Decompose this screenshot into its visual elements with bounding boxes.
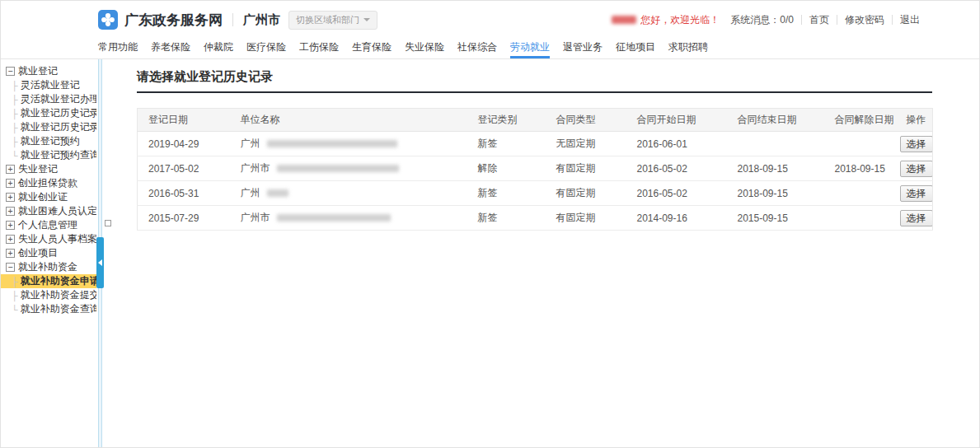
site-title: 广东政务服务网: [124, 11, 223, 30]
sidebar-item-flexible-employment[interactable]: ├ 灵活就业登记: [1, 78, 96, 92]
table-row: 2017-05-02 广州市 解除 有固定期 2016-05-02 2018-0…: [138, 156, 933, 181]
city-name: 广州市: [243, 12, 280, 28]
collapse-arrow-icon: [98, 259, 102, 266]
cell-reg-date: 2015-07-29: [138, 206, 230, 231]
sidebar-item-registration-appointment[interactable]: ├ 就业登记预约: [1, 134, 96, 148]
brand-logo-icon: [98, 10, 118, 30]
chevron-down-icon: [363, 18, 370, 21]
sidebar-collapse-handle[interactable]: [96, 237, 104, 288]
tree-connector-icon: ├: [12, 95, 18, 105]
tab-land-projects[interactable]: 征地项目: [616, 39, 655, 58]
link-divider: [801, 15, 802, 25]
sidebar-item-label: 就业困难人员认定: [18, 204, 96, 218]
resize-handle[interactable]: [105, 220, 111, 226]
sidebar-item-employment-certificate[interactable]: + 就业创业证: [1, 190, 96, 204]
sidebar-item-flexible-result-query[interactable]: ├ 灵活就业登记办理结果查询: [1, 92, 96, 106]
expand-icon[interactable]: +: [6, 221, 15, 230]
tree-connector-icon: ├: [12, 137, 18, 147]
cell-end-date: 2018-09-15: [727, 156, 824, 181]
sidebar-item-label: 个人信息管理: [18, 218, 77, 232]
redacted-company-name: [267, 140, 397, 147]
expand-icon[interactable]: +: [6, 235, 15, 244]
sidebar-item-label: 失业人员人事档案管理: [18, 232, 96, 246]
sidebar-item-subsidy-application[interactable]: ├ 就业补助资金申请: [1, 274, 96, 288]
company-prefix: 广州: [241, 138, 260, 149]
sidebar-item-registration-history[interactable]: ├ 就业登记历史记录: [1, 106, 96, 120]
tab-retirement-business[interactable]: 退管业务: [563, 39, 603, 58]
app-window: 广东政务服务网 广州市 切换区域和部门 您好，欢迎光临！ 系统消息：0/0 首页…: [0, 0, 980, 448]
sidebar-item-label: 就业登记历史记录: [21, 106, 96, 120]
cell-company: 广州市: [230, 156, 467, 181]
sidebar-item-subsidy-submission[interactable]: ├ 就业补助资金提交: [1, 288, 96, 302]
select-button[interactable]: 选择: [900, 161, 933, 177]
system-message-link[interactable]: 系统消息：0/0: [730, 13, 794, 27]
sidebar-item-startup-loan[interactable]: + 创业担保贷款: [1, 176, 96, 190]
expand-icon[interactable]: +: [6, 165, 15, 174]
cell-start-date: 2014-09-16: [626, 206, 727, 231]
sidebar-item-label: 就业补助资金提交: [21, 288, 96, 302]
cell-cancel-date: [824, 206, 900, 231]
link-divider: [837, 15, 837, 25]
sidebar-item-unemployment-registration[interactable]: + 失业登记: [1, 162, 96, 176]
cell-reg-type: 解除: [467, 156, 546, 181]
tree-connector-icon: ├: [12, 81, 18, 91]
tab-arbitration[interactable]: 仲裁院: [204, 39, 233, 58]
cell-company: 广州: [230, 132, 467, 156]
sidebar-item-difficulty-identification[interactable]: + 就业困难人员认定: [1, 204, 96, 218]
cell-reg-date: 2019-04-29: [138, 132, 230, 156]
sidebar-item-personnel-files[interactable]: + 失业人员人事档案管理: [1, 232, 96, 246]
sidebar-item-label: 就业创业证: [18, 190, 68, 204]
header-user-area: 您好，欢迎光临！ 系统消息：0/0 首页 修改密码 退出: [612, 13, 920, 27]
home-link[interactable]: 首页: [809, 13, 829, 27]
sidebar-item-subsidy-query[interactable]: └ 就业补助资金查询: [1, 302, 96, 316]
cell-company: 广州市: [230, 206, 467, 231]
expand-icon[interactable]: +: [6, 193, 15, 202]
sidebar-item-startup-projects[interactable]: + 创业项目: [1, 246, 96, 260]
tab-labor-employment[interactable]: 劳动就业: [510, 39, 550, 58]
company-prefix: 广州市: [241, 212, 270, 223]
collapse-icon[interactable]: −: [6, 263, 15, 272]
expand-icon[interactable]: +: [6, 207, 15, 216]
title-underline: [137, 91, 932, 93]
column-header: 合同结束日期: [727, 109, 824, 132]
select-button[interactable]: 选择: [900, 185, 933, 202]
tab-job-recruitment[interactable]: 求职招聘: [668, 39, 708, 58]
link-divider: [892, 15, 893, 25]
sidebar-item-personal-info[interactable]: + 个人信息管理: [1, 218, 96, 232]
cell-start-date: 2016-05-02: [626, 181, 727, 206]
sidebar-item-registration-history[interactable]: ├ 就业登记历史记录: [1, 120, 96, 134]
table-row: 2019-04-29 广州 新签 无固定期 2016-06-01 选择: [138, 132, 933, 156]
logout-link[interactable]: 退出: [900, 13, 920, 27]
tab-unemployment-insurance[interactable]: 失业保险: [405, 39, 444, 58]
tab-work-injury-insurance[interactable]: 工伤保险: [299, 39, 339, 58]
company-prefix: 广州: [241, 187, 260, 198]
region-switch-button[interactable]: 切换区域和部门: [288, 11, 377, 30]
sidebar-item-label: 就业补助资金查询: [21, 302, 96, 316]
sidebar-item-label: 灵活就业登记: [21, 78, 80, 92]
cell-end-date: 2018-09-15: [727, 181, 824, 206]
tab-pension-insurance[interactable]: 养老保险: [151, 39, 190, 58]
collapse-icon[interactable]: −: [6, 67, 15, 76]
tree-connector-icon: ├: [12, 277, 18, 287]
select-button[interactable]: 选择: [900, 210, 933, 226]
expand-icon[interactable]: +: [6, 249, 15, 258]
tree-connector-icon: ├: [12, 291, 18, 301]
expand-icon[interactable]: +: [6, 179, 15, 188]
tree-connector-icon: └: [12, 151, 18, 161]
table-row: 2015-07-29 广州市 新签 有固定期 2014-09-16 2015-0…: [138, 206, 933, 231]
cell-reg-type: 新签: [467, 181, 546, 206]
sidebar-item-label: 创业担保贷款: [18, 176, 77, 190]
table-header-row: 登记日期 单位名称 登记类别 合同类型 合同开始日期 合同结束日期 合同解除日期…: [138, 109, 933, 132]
sidebar-item-employment-registration[interactable]: − 就业登记: [1, 64, 96, 78]
history-table: 登记日期 单位名称 登记类别 合同类型 合同开始日期 合同结束日期 合同解除日期…: [137, 108, 933, 231]
redacted-username: [612, 16, 636, 24]
change-password-link[interactable]: 修改密码: [845, 13, 884, 27]
tab-common-functions[interactable]: 常用功能: [98, 39, 138, 58]
sidebar-item-subsidy-funds[interactable]: − 就业补助资金: [1, 260, 96, 274]
top-header: 广东政务服务网 广州市 切换区域和部门 您好，欢迎光临！ 系统消息：0/0 首页…: [1, 1, 979, 39]
sidebar-item-appointment-query-cancel[interactable]: └ 就业登记预约查询和取消: [1, 148, 96, 162]
tab-medical-insurance[interactable]: 医疗保险: [246, 39, 286, 58]
tab-maternity-insurance[interactable]: 生育保险: [352, 39, 392, 58]
tab-social-security[interactable]: 社保综合: [457, 39, 497, 58]
select-button[interactable]: 选择: [900, 136, 933, 152]
